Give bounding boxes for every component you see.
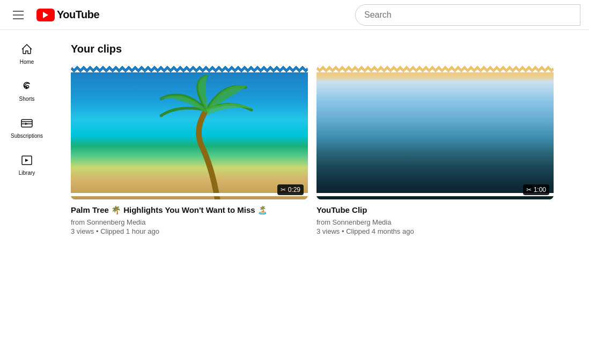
app-layout: Home Shorts Subscriptions: [0, 0, 589, 248]
youtube-logo[interactable]: YouTube: [36, 9, 99, 21]
sidebar-subscriptions-label: Subscriptions: [11, 133, 43, 139]
svg-marker-5: [25, 159, 28, 162]
header-left: YouTube: [9, 6, 99, 24]
shorts-icon: [20, 80, 33, 93]
clip-info-1: Palm Tree 🌴 Highlights You Won't Want to…: [71, 199, 308, 236]
sidebar-item-subscriptions[interactable]: Subscriptions: [3, 110, 51, 145]
sidebar-item-library[interactable]: Library: [3, 147, 51, 182]
clip-separator-1: •: [96, 227, 100, 235]
sidebar-library-label: Library: [19, 170, 35, 176]
clip-views-2: 3 views: [316, 227, 340, 235]
clip-thumbnail-2: ✂ 1:00: [316, 66, 554, 199]
clips-grid: ✂ 0:29 Palm Tree 🌴 Highlights You Won't …: [71, 66, 554, 235]
clip-title-2: YouTube Clip: [316, 205, 554, 216]
svg-marker-3: [25, 123, 28, 125]
clip-duration-1: ✂ 0:29: [277, 184, 304, 195]
sidebar-item-shorts[interactable]: Shorts: [3, 73, 51, 108]
home-icon: [20, 43, 33, 56]
clip-time-1: Clipped 1 hour ago: [100, 227, 159, 235]
clip-duration-2: ✂ 1:00: [523, 184, 549, 195]
scissors-icon-1: ✂: [281, 186, 286, 194]
page-title: Your clips: [71, 43, 572, 55]
subscriptions-icon: [20, 117, 33, 130]
sidebar-shorts-label: Shorts: [19, 96, 35, 102]
header: YouTube: [0, 0, 589, 30]
sidebar-home-label: Home: [20, 59, 34, 65]
clip-source-2: from Sonnenberg Media: [316, 218, 554, 226]
search-input[interactable]: [355, 4, 580, 26]
sidebar-item-home[interactable]: Home: [3, 36, 51, 71]
clip-thumbnail-1: ✂ 0:29: [71, 66, 308, 199]
clip-title-1: Palm Tree 🌴 Highlights You Won't Want to…: [71, 205, 308, 216]
scissors-icon-2: ✂: [526, 186, 532, 194]
youtube-logo-icon: [36, 9, 55, 21]
youtube-logo-text: YouTube: [57, 9, 99, 21]
clip-source-1: from Sonnenberg Media: [71, 218, 308, 226]
clip-info-2: YouTube Clip from Sonnenberg Media 3 vie…: [316, 199, 554, 236]
library-icon: [20, 154, 33, 167]
clip-card-1[interactable]: ✂ 0:29 Palm Tree 🌴 Highlights You Won't …: [71, 66, 308, 235]
sidebar: Home Shorts Subscriptions: [0, 30, 54, 248]
clip-meta-2: 3 views • Clipped 4 months ago: [316, 227, 554, 235]
clip-views-1: 3 views: [71, 227, 94, 235]
clip-separator-2: •: [342, 227, 346, 235]
menu-button[interactable]: [9, 6, 28, 24]
main-content: Your clips: [54, 30, 589, 248]
clip-card-2[interactable]: ✂ 1:00 YouTube Clip from Sonnenberg Medi…: [316, 66, 554, 235]
clip-meta-1: 3 views • Clipped 1 hour ago: [71, 227, 308, 235]
clip-time-2: Clipped 4 months ago: [346, 227, 414, 235]
palm-tree-decoration: [71, 66, 308, 199]
search-bar: [355, 4, 580, 26]
